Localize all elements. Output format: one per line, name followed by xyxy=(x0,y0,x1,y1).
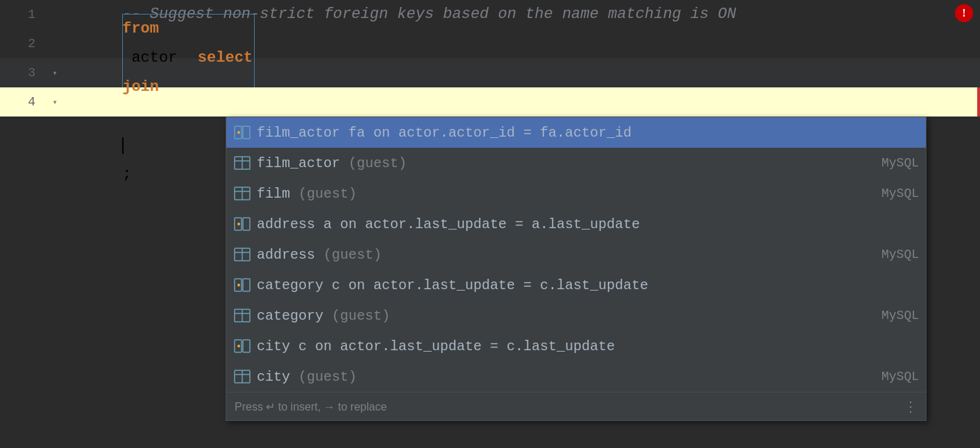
autocomplete-item-3[interactable]: address a on actor.last_update = a.last_… xyxy=(226,209,926,239)
line-gutter-4: ▾ xyxy=(45,97,65,107)
join-icon-svg-5 xyxy=(234,277,251,293)
error-bar xyxy=(977,87,980,117)
table-name-8: city xyxy=(257,369,290,385)
join-icon-svg-7 xyxy=(234,338,251,354)
join-icon-svg xyxy=(234,125,251,140)
autocomplete-text-0: film_actor fa on actor.actor_id = fa.act… xyxy=(257,125,919,141)
table-icon-4 xyxy=(233,245,251,264)
table-icon-svg-6 xyxy=(234,309,251,322)
autocomplete-item-4[interactable]: address (guest) MySQL xyxy=(226,239,926,270)
table-icon-8 xyxy=(233,368,251,386)
gutter-arrow-4: ▾ xyxy=(52,97,57,107)
code-line-4: 4 ▾ from actor join ; xyxy=(0,87,980,117)
table-icon-1 xyxy=(233,154,251,172)
svg-point-25 xyxy=(237,345,240,347)
join-suggestion-text-7: city c on actor.last_update = c.last_upd… xyxy=(257,338,615,354)
svg-rect-12 xyxy=(243,218,250,230)
source-label-1: MySQL xyxy=(881,156,919,170)
svg-rect-18 xyxy=(243,279,250,291)
autocomplete-footer: Press ↵ to insert, → to replace ⋮ xyxy=(226,392,926,420)
keyword-join: join xyxy=(122,78,159,96)
join-icon-0 xyxy=(233,123,251,141)
join-suggestion-text-0: film_actor fa on actor.actor_id = fa.act… xyxy=(257,125,632,141)
svg-point-19 xyxy=(237,284,240,286)
autocomplete-dropdown[interactable]: film_actor fa on actor.actor_id = fa.act… xyxy=(226,117,927,421)
svg-rect-1 xyxy=(243,126,250,139)
guest-text-6: (guest) xyxy=(332,308,390,324)
autocomplete-text-4: address (guest) xyxy=(257,247,875,263)
autocomplete-item-2[interactable]: film (guest) MySQL xyxy=(226,178,926,209)
guest-text-2: (guest) xyxy=(298,186,357,202)
autocomplete-item-5[interactable]: category c on actor.last_update = c.last… xyxy=(226,270,926,300)
table-name-6: category xyxy=(257,308,323,324)
semicolon: ; xyxy=(122,166,131,183)
source-label-8: MySQL xyxy=(881,370,919,384)
join-icon-svg-3 xyxy=(234,216,251,232)
text-cursor xyxy=(122,137,124,154)
source-label-6: MySQL xyxy=(881,309,919,322)
line-number-4: 4 xyxy=(0,87,45,117)
identifier-actor: actor xyxy=(122,49,186,67)
table-icon-svg-1 xyxy=(234,156,251,170)
source-label-2: MySQL xyxy=(881,187,919,200)
footer-hint: Press ↵ to insert, → to replace xyxy=(235,400,387,413)
join-suggestion-text-5: category c on actor.last_update = c.last… xyxy=(257,277,648,293)
join-text xyxy=(122,107,131,125)
autocomplete-text-5: category c on actor.last_update = c.last… xyxy=(257,277,919,293)
guest-text-1: (guest) xyxy=(348,155,407,171)
line-gutter-3: ▾ xyxy=(45,68,65,78)
keyword-from: from xyxy=(122,20,159,37)
svg-rect-24 xyxy=(243,340,250,352)
line-number-3: 3 xyxy=(0,58,45,87)
autocomplete-text-3: address a on actor.last_update = a.last_… xyxy=(257,216,919,232)
autocomplete-item-7[interactable]: city c on actor.last_update = c.last_upd… xyxy=(226,331,926,361)
autocomplete-text-8: city (guest) xyxy=(257,369,875,385)
join-icon-5 xyxy=(233,276,251,294)
table-icon-svg-8 xyxy=(234,370,251,384)
guest-text-4: (guest) xyxy=(323,247,382,263)
source-label-4: MySQL xyxy=(881,248,919,261)
table-name-1: film_actor xyxy=(257,155,340,171)
editor-area: 1 -- Suggest non-strict foreign keys bas… xyxy=(0,0,980,117)
join-icon-3 xyxy=(233,215,251,233)
table-icon-svg-2 xyxy=(234,187,251,200)
table-name-2: film xyxy=(257,186,290,202)
line-number-1: 1 xyxy=(0,0,45,29)
join-suggestion-text-3: address a on actor.last_update = a.last_… xyxy=(257,216,640,232)
fold-arrow-3: ▾ xyxy=(52,68,57,78)
guest-text-8: (guest) xyxy=(298,369,357,385)
join-icon-7 xyxy=(233,337,251,355)
table-icon-2 xyxy=(233,184,251,203)
autocomplete-text-2: film (guest) xyxy=(257,186,875,202)
autocomplete-item-1[interactable]: film_actor (guest) MySQL xyxy=(226,148,926,178)
autocomplete-item-8[interactable]: city (guest) MySQL xyxy=(226,361,926,392)
autocomplete-item-6[interactable]: category (guest) MySQL xyxy=(226,300,926,331)
autocomplete-text-1: film_actor (guest) xyxy=(257,155,875,171)
svg-point-13 xyxy=(237,223,240,225)
autocomplete-text-7: city c on actor.last_update = c.last_upd… xyxy=(257,338,919,354)
line-number-2: 2 xyxy=(0,29,45,58)
more-options-button[interactable]: ⋮ xyxy=(904,398,918,415)
table-icon-svg-4 xyxy=(234,248,251,261)
table-icon-6 xyxy=(233,307,251,325)
autocomplete-item-0[interactable]: film_actor fa on actor.actor_id = fa.act… xyxy=(226,117,926,148)
table-name-4: address xyxy=(257,247,315,263)
autocomplete-text-6: category (guest) xyxy=(257,308,875,324)
